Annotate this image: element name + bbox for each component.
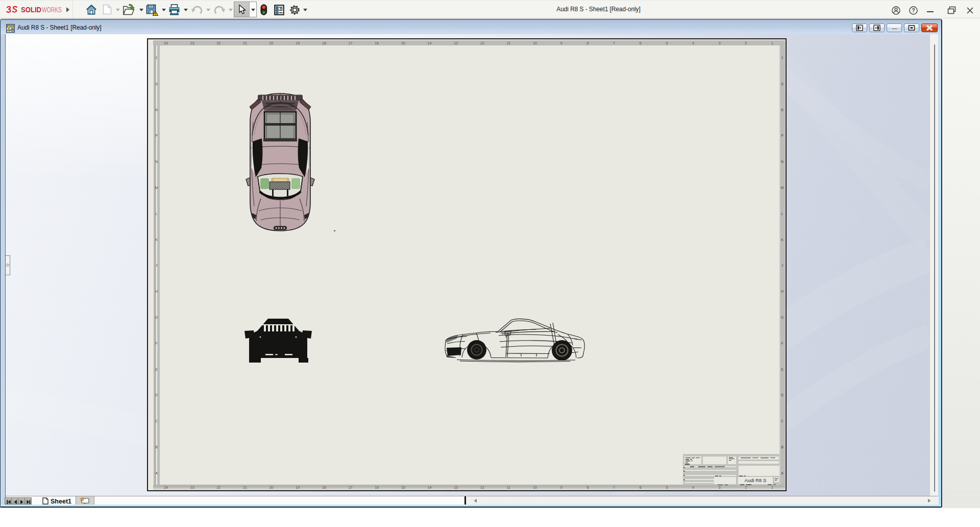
svg-text:?: ?	[912, 7, 915, 13]
svg-text:WORKS: WORKS	[42, 6, 62, 14]
svg-text:SOLID: SOLID	[21, 6, 41, 14]
